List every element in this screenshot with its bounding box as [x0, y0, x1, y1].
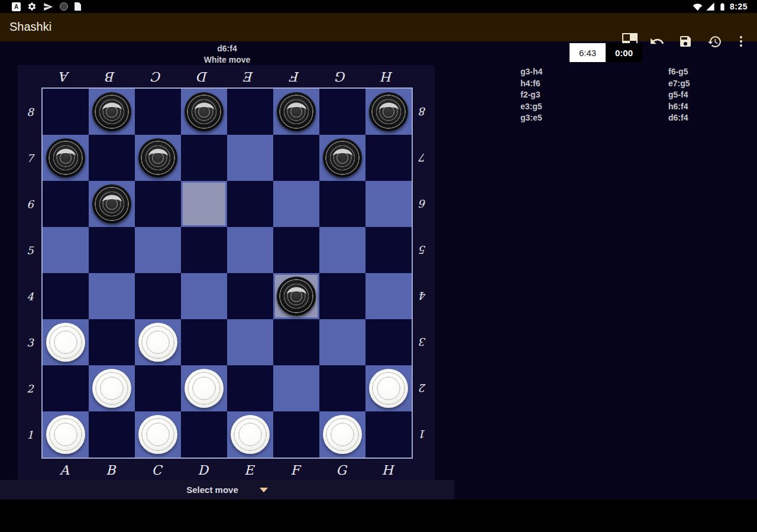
piece-white-e1[interactable] [231, 415, 270, 454]
square-h2[interactable] [365, 365, 412, 411]
piece-black-d8[interactable] [185, 92, 224, 131]
square-f6[interactable] [273, 181, 319, 227]
square-a2[interactable] [43, 365, 89, 411]
rank-label-left-7: 7 [21, 135, 39, 181]
square-e4[interactable] [227, 273, 273, 319]
square-a5[interactable] [43, 227, 89, 273]
piece-black-f8[interactable] [277, 92, 316, 131]
square-f7[interactable] [273, 135, 319, 181]
square-e5[interactable] [227, 227, 273, 273]
square-h8[interactable] [365, 89, 412, 135]
square-d1[interactable] [181, 411, 227, 458]
rank-label-left-5: 5 [21, 227, 39, 273]
square-b2[interactable] [89, 365, 135, 411]
square-f4[interactable] [273, 273, 319, 319]
white-timer: 6:43 [570, 43, 606, 62]
square-b5[interactable] [89, 227, 135, 273]
piece-white-g1[interactable] [323, 415, 362, 454]
nav-bar [0, 499, 757, 532]
rank-label-left-6: 6 [21, 181, 39, 227]
piece-black-a7[interactable] [46, 138, 85, 177]
square-a7[interactable] [43, 135, 89, 181]
square-f2[interactable] [273, 365, 319, 411]
square-h3[interactable] [365, 319, 412, 365]
piece-white-c1[interactable] [138, 415, 177, 454]
piece-white-a3[interactable] [46, 323, 85, 362]
square-d2[interactable] [181, 365, 227, 411]
square-c1[interactable] [135, 411, 181, 458]
board-grid[interactable] [41, 87, 413, 459]
square-e2[interactable] [227, 365, 273, 411]
square-g4[interactable] [319, 273, 365, 319]
square-g2[interactable] [319, 365, 365, 411]
battery-icon [718, 2, 727, 12]
square-a6[interactable] [43, 181, 89, 227]
rank-label-left-3: 3 [21, 319, 39, 365]
square-f3[interactable] [273, 319, 319, 365]
square-e1[interactable] [227, 411, 273, 458]
piece-black-b6[interactable] [92, 184, 131, 223]
square-c6[interactable] [135, 181, 181, 227]
move-entry-column1-1: h4:f6 [520, 78, 542, 90]
square-e8[interactable] [227, 89, 273, 135]
move-entry-column2-4: d6:f4 [668, 112, 690, 124]
square-c8[interactable] [135, 89, 181, 135]
select-move-dropdown[interactable]: Select move [0, 480, 454, 499]
overflow-menu-icon[interactable] [733, 34, 749, 49]
square-b7[interactable] [89, 135, 135, 181]
square-c4[interactable] [135, 273, 181, 319]
piece-black-g7[interactable] [323, 138, 362, 177]
piece-white-b2[interactable] [92, 369, 131, 408]
square-c3[interactable] [135, 319, 181, 365]
square-g5[interactable] [319, 227, 365, 273]
square-e6[interactable] [227, 181, 273, 227]
square-d8[interactable] [181, 89, 227, 135]
piece-black-f4[interactable] [277, 277, 316, 316]
square-a3[interactable] [43, 319, 89, 365]
piece-black-h8[interactable] [369, 92, 408, 131]
square-a8[interactable] [43, 89, 89, 135]
square-a4[interactable] [43, 273, 89, 319]
square-g7[interactable] [319, 135, 365, 181]
square-h7[interactable] [365, 135, 412, 181]
square-a1[interactable] [43, 411, 89, 458]
square-b3[interactable] [89, 319, 135, 365]
square-g1[interactable] [319, 411, 365, 458]
piece-white-c3[interactable] [138, 323, 177, 362]
square-h4[interactable] [365, 273, 412, 319]
square-e7[interactable] [227, 135, 273, 181]
square-d4[interactable] [181, 273, 227, 319]
piece-black-c7[interactable] [138, 138, 177, 177]
piece-black-b8[interactable] [92, 92, 131, 131]
square-b4[interactable] [89, 273, 135, 319]
square-b6[interactable] [89, 181, 135, 227]
square-h5[interactable] [365, 227, 412, 273]
square-h1[interactable] [365, 411, 412, 458]
square-c2[interactable] [135, 365, 181, 411]
square-f8[interactable] [273, 89, 319, 135]
square-g6[interactable] [319, 181, 365, 227]
history-icon[interactable] [707, 34, 722, 49]
piece-white-h2[interactable] [369, 369, 408, 408]
undo-icon[interactable] [649, 34, 665, 49]
square-h6[interactable] [365, 181, 412, 227]
square-b1[interactable] [89, 411, 135, 458]
square-b8[interactable] [89, 89, 135, 135]
square-c5[interactable] [135, 227, 181, 273]
save-icon[interactable] [678, 34, 693, 49]
gear-icon [27, 2, 37, 11]
piece-white-a1[interactable] [46, 415, 85, 454]
square-f5[interactable] [273, 227, 319, 273]
square-d7[interactable] [181, 135, 227, 181]
square-g3[interactable] [319, 319, 365, 365]
square-d3[interactable] [181, 319, 227, 365]
square-d6[interactable] [181, 181, 227, 227]
square-f1[interactable] [273, 411, 319, 458]
square-c7[interactable] [135, 135, 181, 181]
wifi-off-icon [693, 2, 703, 12]
square-e3[interactable] [227, 319, 273, 365]
square-d5[interactable] [181, 227, 227, 273]
a-badge-icon: A [12, 2, 21, 11]
square-g8[interactable] [319, 89, 365, 135]
piece-white-d2[interactable] [185, 369, 224, 408]
